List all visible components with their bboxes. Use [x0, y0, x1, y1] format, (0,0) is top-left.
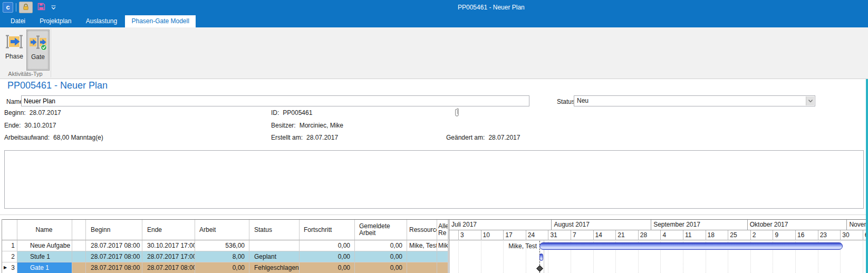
cell-ende-row2[interactable]: 28.07.2017 17:00: [142, 251, 195, 262]
cell-fortschritt-row1[interactable]: 0,00: [300, 240, 355, 251]
column-header-ressource[interactable]: Ressource: [407, 220, 437, 240]
ribbon-group-label: Aktivitäts-Typ: [0, 71, 51, 77]
cell-arbeit-row2[interactable]: 8,00: [195, 251, 249, 262]
gantt-bar-row2[interactable]: [539, 253, 543, 261]
tab-projektplan[interactable]: Projektplan: [33, 15, 78, 27]
chevron-down-icon: [808, 100, 813, 102]
qat-dropdown-button[interactable]: [49, 2, 58, 13]
cell-beginn-row1[interactable]: 28.07.2017 08:00: [86, 240, 142, 251]
meta-ende: Ende:30.10.2017: [4, 122, 56, 129]
cell-icon-row1[interactable]: [72, 240, 86, 251]
gantt-week-tick: 18: [706, 230, 727, 240]
phase-button[interactable]: Phase: [3, 30, 25, 71]
column-header-name[interactable]: Name: [17, 220, 72, 240]
gantt-week-tick: 28: [638, 230, 659, 240]
gantt-week-tick: 16: [795, 230, 816, 240]
gantt-gridline: [458, 241, 459, 273]
status-select-arrow[interactable]: [806, 96, 814, 105]
gantt-month-label: Juli 2017: [449, 220, 551, 230]
cell-name-row2[interactable]: Stufe 1: [17, 251, 72, 262]
gantt-week-tick: 10: [481, 230, 502, 240]
gantt-week-tick: 7: [571, 230, 592, 240]
column-header-gemeldete[interactable]: Gemeldete Arbeit: [355, 220, 407, 240]
lock-button[interactable]: [19, 2, 33, 13]
tab-phasen-gate-modell[interactable]: Phasen-Gate Modell: [125, 15, 195, 27]
cell-ressource-row3[interactable]: [407, 262, 437, 273]
gantt-week-tick: 30: [840, 230, 861, 240]
column-header-status[interactable]: Status: [249, 220, 300, 240]
lock-icon: [22, 3, 30, 12]
cell-ende-row1[interactable]: 30.10.2017 17:00: [142, 240, 195, 251]
cell-alle-row3[interactable]: [437, 262, 448, 273]
column-header-ende[interactable]: Ende: [142, 220, 195, 240]
splitter[interactable]: [0, 214, 868, 215]
meta-erstellt-am: Erstellt am:28.07.2017: [271, 134, 338, 141]
gantt-milestone[interactable]: [536, 265, 543, 272]
gantt-month-label: November 2017: [846, 220, 868, 230]
cell-name-row1[interactable]: Neue Aufgabe: [17, 240, 72, 251]
cell-status-row2[interactable]: Geplant: [249, 251, 300, 262]
gantt-week-tick: 25: [728, 230, 749, 240]
gantt-week-tick: 2: [750, 230, 771, 240]
gantt-week-tick: 31: [548, 230, 569, 240]
tab-auslastung[interactable]: Auslastung: [80, 15, 123, 27]
column-header-alle[interactable]: Alle Re: [437, 220, 448, 240]
save-button[interactable]: [35, 2, 47, 13]
cell-ressource-row1[interactable]: Mike, Test: [407, 240, 437, 251]
page-title: PP005461 - Neuer Plan: [7, 80, 108, 91]
gate-icon: [28, 34, 47, 52]
cell-status-row1[interactable]: [249, 240, 300, 251]
cell-icon-row3[interactable]: [72, 262, 86, 273]
column-header-fortschritt[interactable]: Fortschritt: [300, 220, 355, 240]
meta-besitzer: Besitzer:Morciniec, Mike: [271, 122, 343, 129]
cell-ende-row3[interactable]: 28.07.2017 08:00: [142, 262, 195, 273]
current-row-marker: ▶: [4, 262, 7, 273]
gantt-gridline: [863, 241, 863, 273]
cell-beginn-row2[interactable]: 28.07.2017 08:00: [86, 251, 142, 262]
cell-arbeit-row1[interactable]: 536,00: [195, 240, 249, 251]
cell-arbeit-row3[interactable]: 0,00: [195, 262, 249, 273]
name-input[interactable]: [21, 95, 529, 106]
cell-alle-row2[interactable]: [437, 251, 448, 262]
paperclip-icon[interactable]: [455, 108, 459, 119]
cell-gemeldete-row3[interactable]: 0,00: [355, 262, 407, 273]
cell-gemeldete-row2[interactable]: 0,00: [355, 251, 407, 262]
ribbon-group-separator: [51, 28, 51, 77]
cell-name-row3[interactable]: Gate 1: [17, 262, 72, 273]
cell-num-row2[interactable]: 2: [2, 251, 17, 262]
description-textarea[interactable]: [4, 150, 864, 209]
cell-status-row3[interactable]: Fehlgeschlagen: [249, 262, 300, 273]
cell-fortschritt-row3[interactable]: 0,00: [300, 262, 355, 273]
column-header-icon[interactable]: [72, 220, 86, 240]
gate-button[interactable]: Gate: [26, 30, 50, 71]
gantt-week-tick: 21: [615, 230, 636, 240]
app-icon[interactable]: c: [3, 2, 13, 13]
phase-icon: [5, 33, 23, 52]
qat-separator: [16, 3, 16, 12]
window-title: PP005461 - Neuer Plan: [458, 0, 525, 15]
cell-gemeldete-row1[interactable]: 0,00: [355, 240, 407, 251]
title-bar: c: [0, 0, 868, 15]
cell-num-row3[interactable]: 3▶: [2, 262, 17, 273]
column-header-num[interactable]: [2, 220, 17, 240]
column-header-arbeit[interactable]: Arbeit: [195, 220, 249, 240]
gantt-week-tick: 17: [503, 230, 524, 240]
meta-geaendert-am: Geändert am:28.07.2017: [446, 134, 520, 141]
status-field-label: Status: [557, 98, 575, 105]
gate-button-label: Gate: [27, 53, 49, 61]
tab-datei[interactable]: Datei: [4, 15, 32, 27]
cell-icon-row2[interactable]: [72, 251, 86, 262]
app-window: c: [0, 0, 868, 273]
gantt-bar-row1[interactable]: [539, 242, 842, 250]
gantt-week-tick: 14: [593, 230, 614, 240]
gantt-week-tick: 3: [458, 230, 479, 240]
ribbon-tab-bar: Datei Projektplan Auslastung Phasen-Gate…: [0, 15, 868, 27]
ribbon: Phase Gate Aktivitäts-Typ: [0, 27, 868, 79]
cell-num-row1[interactable]: 1: [2, 240, 17, 251]
cell-beginn-row3[interactable]: 28.07.2017 08:00: [86, 262, 142, 273]
cell-alle-row1[interactable]: Mike, Test: [437, 240, 448, 251]
cell-ressource-row2[interactable]: [407, 251, 437, 262]
column-header-beginn[interactable]: Beginn: [86, 220, 142, 240]
cell-fortschritt-row2[interactable]: 0,00: [300, 251, 355, 262]
status-select[interactable]: Neu: [574, 95, 815, 106]
